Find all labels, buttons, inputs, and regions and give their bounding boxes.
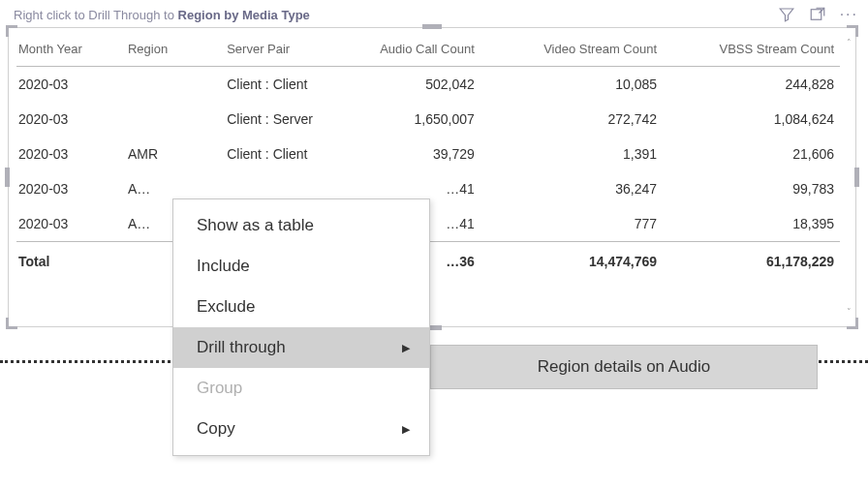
table-row[interactable]: 2020-03 AMR Client : Client 39,729 1,391…	[16, 137, 840, 171]
cell-video: 777	[480, 206, 663, 242]
cell-month-year: 2020-03	[16, 102, 126, 137]
ctx-label: Group	[197, 379, 242, 398]
resize-handle-right[interactable]	[854, 168, 859, 187]
chevron-right-icon: ▶	[402, 342, 410, 354]
visual-title: Right click to Drill Through to Region b…	[14, 8, 310, 22]
scroll-up-icon[interactable]: ˄	[847, 38, 852, 47]
cell-vbss: 99,783	[663, 171, 840, 206]
cell-region	[126, 67, 225, 103]
ctx-label: Show as a table	[197, 216, 314, 235]
col-video[interactable]: Video Stream Count	[480, 34, 663, 67]
title-prefix: Right click to Drill Through to	[14, 8, 178, 22]
cell-month-year: 2020-03	[16, 206, 126, 242]
chevron-right-icon: ▶	[402, 423, 410, 436]
ctx-exclude[interactable]: Exclude	[173, 287, 429, 327]
ctx-label: Copy	[197, 419, 235, 439]
col-server-pair[interactable]: Server Pair	[225, 34, 360, 67]
cell-video: 272,742	[480, 102, 663, 137]
ctx-copy[interactable]: Copy ▶	[173, 409, 429, 449]
resize-handle-left[interactable]	[5, 168, 10, 187]
cell-region	[126, 102, 225, 137]
cell-month-year: 2020-03	[16, 67, 126, 103]
cell-server-pair: Client : Client	[225, 137, 360, 171]
cell-vbss: 244,828	[663, 67, 840, 103]
cell-region: AMR	[126, 137, 225, 171]
cell-audio: 502,042	[360, 67, 480, 103]
cell-audio: 1,650,007	[360, 102, 480, 137]
ctx-include[interactable]: Include	[173, 246, 429, 287]
cell-vbss: 18,395	[663, 206, 840, 242]
resize-handle-tr[interactable]	[847, 25, 858, 37]
ctx-region-details-audio[interactable]: Region details on Audio	[431, 346, 817, 388]
ctx-label: Drill through	[197, 338, 286, 357]
resize-handle-br[interactable]	[847, 318, 858, 329]
col-region[interactable]: Region	[126, 34, 225, 67]
cell-video: 1,391	[480, 137, 663, 171]
drill-through-submenu: Region details on Audio	[430, 345, 818, 389]
ctx-label: Include	[197, 257, 250, 276]
col-audio[interactable]: Audio Call Count	[360, 34, 480, 67]
col-vbss[interactable]: VBSS Stream Count	[663, 34, 840, 67]
col-month-year[interactable]: Month Year	[16, 34, 126, 67]
cell-total-vbss: 61,178,229	[663, 242, 840, 280]
resize-handle-top[interactable]	[422, 24, 442, 29]
ctx-label: Region details on Audio	[538, 357, 711, 377]
visual-header-icons: ···	[778, 6, 858, 23]
cell-vbss: 21,606	[663, 137, 840, 171]
visual-header: Right click to Drill Through to Region b…	[0, 0, 868, 27]
cell-total-video: 14,474,769	[480, 242, 663, 280]
table-header-row: Month Year Region Server Pair Audio Call…	[16, 34, 840, 67]
cell-server-pair: Client : Server	[225, 102, 360, 137]
filter-icon[interactable]	[778, 6, 795, 23]
scroll-down-icon[interactable]: ˅	[847, 307, 852, 317]
table-visual: Month Year Region Server Pair Audio Call…	[8, 27, 856, 327]
cell-audio: 39,729	[360, 137, 480, 171]
cell-month-year: 2020-03	[16, 137, 126, 171]
cell-month-year: 2020-03	[16, 171, 126, 206]
more-options-icon[interactable]: ···	[840, 6, 858, 23]
ctx-label: Exclude	[197, 297, 255, 317]
title-bold: Region by Media Type	[178, 8, 310, 22]
table-row[interactable]: 2020-03 Client : Client 502,042 10,085 2…	[16, 67, 840, 103]
cell-video: 36,247	[480, 171, 663, 206]
ctx-show-as-table[interactable]: Show as a table	[173, 205, 429, 246]
cell-video: 10,085	[480, 67, 663, 103]
svg-rect-0	[811, 10, 822, 20]
cell-server-pair: Client : Client	[225, 67, 360, 103]
ctx-group: Group	[173, 368, 429, 409]
focus-mode-icon[interactable]	[809, 6, 826, 23]
ctx-drill-through[interactable]: Drill through ▶	[173, 327, 429, 368]
cell-total-label: Total	[16, 242, 126, 280]
vertical-scrollbar[interactable]: ˄ ˅	[845, 38, 853, 317]
context-menu: Show as a table Include Exclude Drill th…	[172, 198, 430, 456]
table-row[interactable]: 2020-03 Client : Server 1,650,007 272,74…	[16, 102, 840, 137]
cell-vbss: 1,084,624	[663, 102, 840, 137]
